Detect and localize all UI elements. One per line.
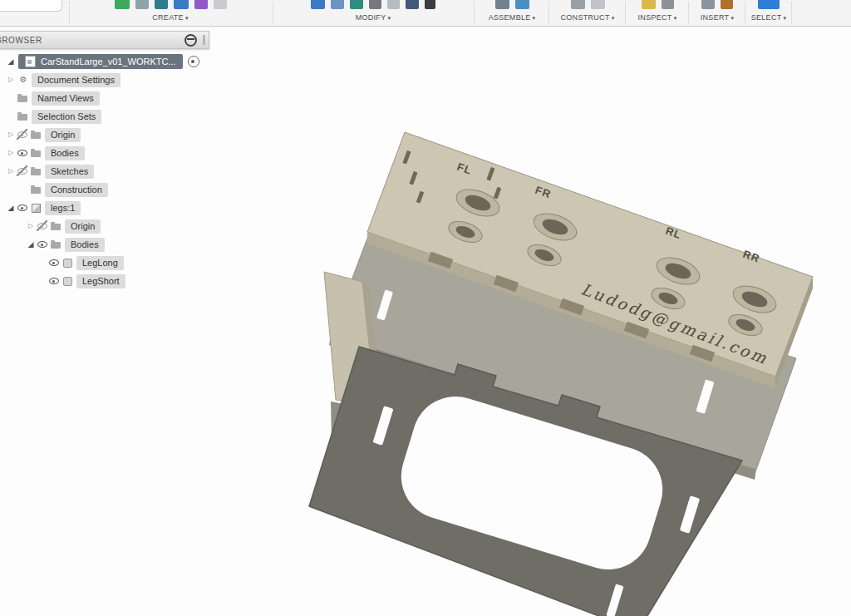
new-component-icon[interactable] — [115, 0, 130, 9]
assemble-menu[interactable]: ASSEMBLE▾ — [475, 13, 548, 22]
browser-item-leglong[interactable]: LegLong — [0, 254, 209, 272]
chevron-down-icon: ▾ — [783, 15, 786, 21]
sphere-icon[interactable] — [194, 0, 208, 9]
toolbar-group-create: CREATE▾ — [71, 0, 270, 26]
primitive-icon[interactable] — [214, 0, 227, 9]
chevron-down-icon: ▾ — [612, 15, 615, 21]
as-built-joint-icon[interactable] — [515, 0, 529, 9]
panel-resize-handle[interactable] — [203, 35, 205, 45]
folder-icon — [30, 147, 43, 159]
item-label: Origin — [65, 219, 101, 234]
insert-tool-icons — [690, 0, 745, 10]
expand-arrow-icon[interactable]: ▷ — [5, 131, 17, 138]
toolbar-group-construct: CONSTRUCT▾ — [550, 0, 625, 26]
create-menu[interactable]: CREATE▾ — [71, 13, 270, 22]
item-label: LegLong — [76, 256, 124, 270]
folder-icon — [17, 111, 30, 122]
browser-item-legs-origin[interactable]: ▷ Origin — [0, 217, 209, 235]
axis-icon[interactable] — [591, 0, 605, 9]
browser-item-bodies[interactable]: ▷ Bodies — [0, 144, 209, 162]
offset-plane-icon[interactable] — [571, 0, 585, 9]
body-icon — [61, 257, 75, 269]
extrude-icon[interactable] — [174, 0, 189, 9]
expand-arrow-icon[interactable]: ◢ — [25, 241, 37, 249]
expand-arrow-icon[interactable]: ▷ — [5, 150, 17, 156]
browser-tree: ◢ CarStandLarge_v01_WORKTC... ▷ ⚙ Docume… — [0, 49, 209, 290]
browser-item-root-component[interactable]: ◢ CarStandLarge_v01_WORKTC... — [0, 52, 209, 71]
shell-icon[interactable] — [350, 0, 363, 9]
joint-icon[interactable] — [495, 0, 509, 9]
draft-icon[interactable] — [369, 0, 381, 9]
browser-item-named-views[interactable]: Named Views — [0, 89, 209, 107]
visibility-eye-icon[interactable] — [37, 220, 50, 232]
chevron-down-icon: ▾ — [674, 15, 677, 21]
select-arrow-icon[interactable] — [758, 0, 780, 9]
visibility-eye-icon[interactable] — [17, 165, 30, 177]
expand-arrow-icon[interactable]: ▷ — [5, 76, 17, 83]
toolbar-group-assemble: ASSEMBLE▾ — [475, 0, 548, 26]
browser-header[interactable]: BROWSER — [0, 31, 209, 49]
toolbar-divider — [273, 2, 273, 24]
browser-item-origin[interactable]: ▷ Origin — [0, 126, 209, 144]
browser-item-selection-sets[interactable]: Selection Sets — [0, 107, 209, 126]
item-label: legs:1 — [45, 201, 81, 215]
section-analysis-icon[interactable] — [662, 0, 674, 9]
select-menu[interactable]: SELECT▾ — [746, 13, 791, 22]
item-label: Bodies — [65, 238, 105, 252]
folder-icon — [30, 184, 43, 195]
insert-mesh-icon[interactable] — [701, 0, 715, 9]
visibility-eye-icon[interactable] — [37, 239, 50, 250]
move-down-icon[interactable] — [425, 0, 435, 9]
browser-item-construction[interactable]: Construction — [0, 180, 209, 199]
visibility-eye-icon[interactable] — [17, 129, 30, 140]
expand-arrow-icon[interactable]: ◢ — [5, 205, 17, 212]
fillet-icon[interactable] — [331, 0, 344, 9]
browser-item-sketches[interactable]: ▷ Sketches — [0, 162, 209, 180]
component-icon — [30, 202, 43, 214]
activate-component-radio[interactable] — [188, 56, 199, 67]
browser-title: BROWSER — [0, 36, 42, 45]
document-tab[interactable] — [0, 0, 62, 12]
browser-item-legshort[interactable]: LegShort — [0, 272, 209, 290]
combine-icon[interactable] — [406, 0, 419, 9]
toolbar-group-insert: INSERT▾ — [690, 0, 745, 26]
collapse-panel-icon[interactable] — [184, 34, 197, 47]
inspect-menu[interactable]: INSPECT▾ — [627, 13, 688, 22]
expand-arrow-icon[interactable]: ◢ — [5, 58, 17, 66]
visibility-eye-icon[interactable] — [48, 275, 61, 287]
folder-icon — [17, 92, 30, 104]
item-label: Named Views — [32, 91, 100, 106]
modify-menu[interactable]: MODIFY▾ — [274, 13, 472, 22]
visibility-eye-icon[interactable] — [17, 147, 30, 159]
toolbar-group-inspect: INSPECT▾ — [627, 0, 688, 26]
toolbar-group-select: SELECT▾ — [746, 0, 791, 26]
toolbar-divider — [548, 2, 549, 24]
chevron-down-icon: ▾ — [387, 15, 391, 21]
scale-icon[interactable] — [387, 0, 400, 9]
create-sketch-icon[interactable] — [155, 0, 168, 9]
browser-item-legs-component[interactable]: ◢ legs:1 — [0, 199, 209, 217]
gear-icon: ⚙ — [17, 74, 30, 86]
browser-item-document-settings[interactable]: ▷ ⚙ Document Settings — [0, 71, 209, 89]
root-component-label[interactable]: CarStandLarge_v01_WORKTC... — [18, 54, 183, 69]
toolbar-divider — [69, 2, 70, 24]
insert-menu[interactable]: INSERT▾ — [690, 13, 745, 22]
press-pull-icon[interactable] — [311, 0, 325, 9]
toolbar-divider — [791, 2, 792, 24]
body-icon — [61, 275, 75, 287]
expand-arrow-icon[interactable]: ▷ — [25, 223, 37, 229]
visibility-eye-icon[interactable] — [48, 257, 61, 269]
expand-arrow-icon[interactable]: ▷ — [5, 168, 17, 175]
folder-icon — [50, 239, 63, 250]
chevron-down-icon: ▾ — [185, 15, 189, 21]
create-form-icon[interactable] — [135, 0, 149, 9]
construct-tool-icons — [550, 0, 625, 10]
modify-menu-label: MODIFY — [356, 13, 386, 22]
visibility-eye-icon[interactable] — [17, 202, 30, 214]
toolbar-group-modify: MODIFY▾ — [274, 0, 472, 26]
inspect-menu-label: INSPECT — [638, 13, 672, 22]
browser-item-legs-bodies[interactable]: ◢ Bodies — [0, 235, 209, 254]
measure-icon[interactable] — [642, 0, 656, 9]
decal-icon[interactable] — [721, 0, 733, 9]
construct-menu[interactable]: CONSTRUCT▾ — [550, 13, 625, 22]
